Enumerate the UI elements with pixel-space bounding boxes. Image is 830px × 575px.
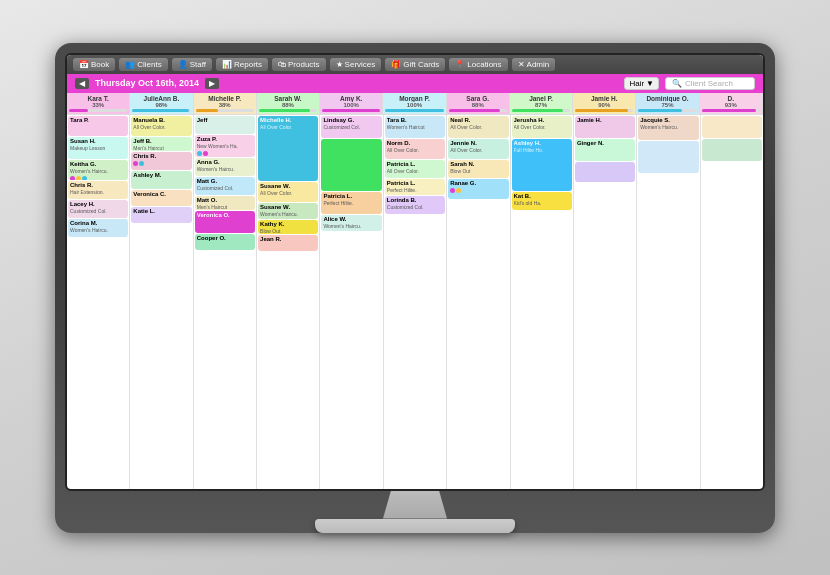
appt-card[interactable]: Kathy K. Blow Out [258, 220, 318, 234]
appt-card[interactable]: Jennie N. All Over Color. [448, 139, 508, 159]
products-icon: 🛍 [278, 60, 286, 69]
screen: 📅 Book 👥 Clients 👤 Staff 📊 Reports 🛍 [67, 55, 763, 489]
appt-card[interactable]: Jacquie S. Women's Haircu. [638, 116, 698, 140]
staff-column-5: Tara B. Women's Haircut Norm D. All Over… [384, 115, 447, 489]
staff-column-4: Lindsay G. Customized Col. Patricia L. P… [320, 115, 383, 489]
appt-card[interactable]: Patricia L. Perfect Hilite. [321, 192, 381, 214]
staff-column-8: Jamie H. Ginger N. [574, 115, 637, 489]
appt-card[interactable]: Chris R. Hair Extension. [68, 181, 128, 199]
nav-locations[interactable]: 📍 Locations [449, 58, 507, 71]
clients-icon: 👥 [125, 60, 135, 69]
calendar-grid: Tara P. Susan H. Makeup Lesson Keitha G.… [67, 115, 763, 489]
header-bar: ◀ Thursday Oct 16th, 2014 ▶ Hair ▼ 🔍 Cli… [67, 74, 763, 93]
staff-cell-10[interactable]: D. 93% [700, 93, 763, 114]
staff-cell-2[interactable]: Michelle P. 38% [194, 93, 257, 114]
screen-bezel: 📅 Book 👥 Clients 👤 Staff 📊 Reports 🛍 [65, 53, 765, 491]
appt-card[interactable]: Keitha G. Women's Haircu. [68, 160, 128, 180]
appt-card[interactable]: Kat B. Kid's old Ha. [512, 192, 572, 210]
appt-card[interactable]: Susane W. All Over Color. [258, 182, 318, 202]
nav-clients[interactable]: 👥 Clients [119, 58, 167, 71]
staff-header-row: Kara T. 33% JulieAnn B. 98% Michelle P. … [67, 93, 763, 115]
appt-card[interactable]: Ashley H. Full Hilite Ho. [512, 139, 572, 191]
appt-card[interactable]: Jeff B. Men's Haircut [131, 137, 191, 151]
nav-giftcards[interactable]: 🎁 Gift Cards [385, 58, 445, 71]
staff-cell-7[interactable]: Janel P. 87% [510, 93, 573, 114]
appt-card[interactable] [702, 139, 762, 161]
appt-card[interactable]: Matt O. Men's Haircut [195, 196, 255, 210]
nav-services[interactable]: ★ Services [330, 58, 382, 71]
next-day-button[interactable]: ▶ [205, 78, 219, 89]
appt-card[interactable] [702, 116, 762, 138]
appt-card[interactable]: Veronica C. [131, 190, 191, 206]
staff-column-3: Michelle H. All Over Color. Susane W. Al… [257, 115, 320, 489]
staff-column-6: Neal R. All Over Color. Jennie N. All Ov… [447, 115, 510, 489]
appt-card[interactable]: Matt G. Customized Col. [195, 177, 255, 195]
appt-card[interactable]: Chris R. [131, 152, 191, 170]
appt-card[interactable]: Jerusha H. All Over Color. [512, 116, 572, 138]
monitor-stand-neck [375, 491, 455, 519]
nav-reports[interactable]: 📊 Reports [216, 58, 268, 71]
staff-cell-4[interactable]: Amy K. 100% [320, 93, 383, 114]
appt-card[interactable]: Norm D. All Over Color. [385, 139, 445, 159]
staff-column-1: Manuela B. All Over Color. Jeff B. Men's… [130, 115, 193, 489]
locations-icon: 📍 [455, 60, 465, 69]
staff-column-10 [701, 115, 763, 489]
appt-card[interactable]: Susan H. Makeup Lesson [68, 137, 128, 159]
appt-card[interactable] [575, 162, 635, 182]
staff-cell-9[interactable]: Dominique O. 75% [636, 93, 699, 114]
appt-card[interactable]: Michelle H. All Over Color. [258, 116, 318, 181]
appt-card[interactable]: Lindsay G. Customized Col. [321, 116, 381, 138]
appt-card[interactable]: Cooper O. [195, 234, 255, 250]
appt-card[interactable]: Manuela B. All Over Color. [131, 116, 191, 136]
monitor: 📅 Book 👥 Clients 👤 Staff 📊 Reports 🛍 [55, 43, 775, 533]
appt-card[interactable]: Neal R. All Over Color. [448, 116, 508, 138]
book-icon: 📅 [79, 60, 89, 69]
appt-card[interactable]: Tara P. [68, 116, 128, 136]
staff-column-2: Jeff Zuza P. New Women's Ha. Anna G. Wom… [194, 115, 257, 489]
nav-bar: 📅 Book 👥 Clients 👤 Staff 📊 Reports 🛍 [67, 55, 763, 74]
appt-card[interactable]: Patricia L. Perfect Hilite. [385, 179, 445, 195]
date-display: Thursday Oct 16th, 2014 [95, 78, 199, 88]
appt-card[interactable]: Ranae G. [448, 179, 508, 199]
staff-cell-0[interactable]: Kara T. 33% [67, 93, 130, 114]
client-search-input[interactable]: 🔍 Client Search [665, 77, 755, 90]
appt-card[interactable] [638, 141, 698, 173]
appt-card[interactable]: Lacey H. Customized Col. [68, 200, 128, 218]
appt-card[interactable]: Patricia L. All Over Color. [385, 160, 445, 178]
reports-icon: 📊 [222, 60, 232, 69]
staff-cell-3[interactable]: Sarah W. 88% [257, 93, 320, 114]
appt-card[interactable]: Lorinda B. Customized Col. [385, 196, 445, 214]
appt-card[interactable]: Alice W. Women's Haircu. [321, 215, 381, 231]
staff-column-9: Jacquie S. Women's Haircu. [637, 115, 700, 489]
appt-card[interactable]: Jamie H. [575, 116, 635, 138]
staff-cell-6[interactable]: Sara G. 88% [447, 93, 510, 114]
nav-book[interactable]: 📅 Book [73, 58, 115, 71]
admin-icon: ✕ [518, 60, 525, 69]
appt-card[interactable]: Jean R. [258, 235, 318, 251]
nav-admin[interactable]: ✕ Admin [512, 58, 556, 71]
appt-card[interactable]: Ginger N. [575, 139, 635, 161]
staff-cell-8[interactable]: Jamie H. 90% [573, 93, 636, 114]
appt-card[interactable]: Sarah N. Blow Out [448, 160, 508, 178]
prev-day-button[interactable]: ◀ [75, 78, 89, 89]
staff-icon: 👤 [178, 60, 188, 69]
appt-card[interactable]: Ashley M. [131, 171, 191, 189]
staff-column-0: Tara P. Susan H. Makeup Lesson Keitha G.… [67, 115, 130, 489]
nav-staff[interactable]: 👤 Staff [172, 58, 212, 71]
monitor-base [315, 519, 515, 533]
staff-cell-5[interactable]: Morgan P. 100% [383, 93, 446, 114]
appt-card[interactable]: Corina M. Women's Haircu. [68, 219, 128, 237]
appt-card[interactable]: Susane W. Women's Haircu. [258, 203, 318, 219]
giftcards-icon: 🎁 [391, 60, 401, 69]
appt-card[interactable]: Katie L. [131, 207, 191, 223]
appt-card[interactable]: Zuza P. New Women's Ha. [195, 135, 255, 157]
service-filter-select[interactable]: Hair ▼ [624, 77, 659, 90]
appt-card[interactable]: Anna G. Women's Haircu. [195, 158, 255, 176]
appt-card[interactable]: Veronica O. [195, 211, 255, 233]
staff-cell-1[interactable]: JulieAnn B. 98% [130, 93, 193, 114]
appt-card[interactable] [321, 139, 381, 191]
services-icon: ★ [336, 60, 343, 69]
appt-card[interactable]: Tara B. Women's Haircut [385, 116, 445, 138]
appt-card[interactable]: Jeff [195, 116, 255, 134]
nav-products[interactable]: 🛍 Products [272, 58, 326, 71]
